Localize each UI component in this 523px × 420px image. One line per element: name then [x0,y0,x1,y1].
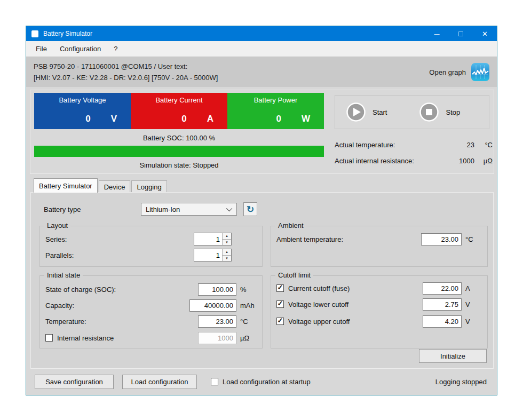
measurement-panel: Battery Voltage 0V Battery Current 0A Ba… [30,90,494,174]
cutoff-limit-group-title: Cutoff limit [275,271,313,279]
menu-file[interactable]: File [29,42,53,56]
window-title: Battery Simulator [43,30,92,37]
current-cutoff-label: Current cutoff (fuse) [288,284,423,292]
actual-temperature-label: Actual temperature: [335,141,449,149]
maximize-button[interactable] [449,26,473,41]
parallels-spin-down-icon[interactable]: ▼ [223,256,231,261]
device-info-line2: [HMI: V2.07 - KE: V2.28 - DR: V2.0.6] [7… [34,72,218,83]
play-icon [346,102,366,122]
battery-power-value: 0 [276,114,281,124]
start-button[interactable]: Start [346,102,387,122]
simulation-state-label: Simulation state: Stopped [34,161,324,169]
load-configuration-button[interactable]: Load configuration [122,375,197,389]
title-bar: Battery Simulator — ✕ [26,26,497,41]
current-cutoff-checkbox[interactable] [276,284,284,292]
series-stepper: ▲ ▼ [194,233,232,245]
initial-state-group: Initial state State of charge (SOC): % C… [39,275,263,348]
app-icon [31,30,38,37]
load-at-startup-checkbox[interactable] [211,378,218,385]
maximize-icon [458,31,463,36]
battery-simulator-tab-panel: Battery type Lithium-Ion ↻ Layout Series… [30,192,494,369]
ambient-group: Ambient Ambient temperature: °C [271,226,488,267]
refresh-button[interactable]: ↻ [243,202,257,216]
device-info-bar: PSB 9750-20 - 1711060001 @COM15 / User t… [26,57,497,87]
save-configuration-button[interactable]: Save configuration [35,375,114,389]
bottom-bar: Save configuration Load configuration Lo… [26,371,497,392]
ambient-group-title: Ambient [275,221,306,229]
open-graph-button[interactable]: Open graph [429,63,489,81]
battery-type-dropdown[interactable]: Lithium-Ion [141,203,237,216]
load-at-startup-label: Load configuration at startup [223,378,311,386]
minimize-button[interactable]: — [425,26,449,41]
refresh-icon: ↻ [247,205,254,214]
stop-icon [419,102,439,122]
series-spin-down-icon[interactable]: ▼ [223,240,231,245]
start-label: Start [373,108,387,116]
voltage-upper-cutoff-unit: V [462,318,483,326]
battery-current-unit: A [207,114,213,124]
actual-resistance-row: Actual internal resistance: 1000 µΩ [335,155,493,166]
graph-icon [471,63,489,81]
tab-strip: Battery Simulator Device Logging [34,178,167,193]
battery-current-label: Battery Current [131,96,227,104]
battery-power-meter: Battery Power 0W [227,93,324,129]
initial-state-group-title: Initial state [44,271,83,279]
series-spin-up-icon[interactable]: ▲ [223,233,231,240]
battery-voltage-meter: Battery Voltage 0V [34,93,131,129]
internal-resistance-unit: µΩ [236,334,258,342]
parallels-input[interactable] [194,249,222,261]
soc-progress-bar [34,146,324,157]
close-icon: ✕ [482,30,488,38]
series-input[interactable] [194,233,222,245]
capacity-label: Capacity: [45,302,189,310]
voltage-lower-cutoff-unit: V [462,300,483,308]
ambient-temperature-label: Ambient temperature: [276,235,421,243]
internal-resistance-input [198,332,236,344]
initialize-button[interactable]: Initialize [419,349,487,363]
stop-button[interactable]: Stop [419,102,460,122]
capacity-input[interactable] [189,299,236,312]
battery-voltage-label: Battery Voltage [34,96,131,104]
transport-controls: Start Stop [335,95,489,129]
voltage-lower-cutoff-input[interactable] [423,298,462,311]
battery-type-label: Battery type [44,205,141,213]
tab-device[interactable]: Device [99,180,131,193]
actual-temperature-unit: °C [474,141,493,149]
chevron-down-icon [226,205,232,211]
stop-label: Stop [446,108,460,116]
voltage-upper-cutoff-input[interactable] [423,315,462,328]
current-cutoff-input[interactable] [423,282,462,295]
tab-battery-simulator[interactable]: Battery Simulator [34,178,98,193]
parallels-spin-up-icon[interactable]: ▲ [223,249,231,256]
internal-resistance-checkbox[interactable] [45,334,53,342]
minimize-icon: — [434,31,440,37]
battery-power-label: Battery Power [227,96,324,104]
voltage-lower-cutoff-checkbox[interactable] [276,300,284,308]
soc-input[interactable] [198,283,236,296]
capacity-unit: mAh [236,302,258,310]
battery-soc-label: Battery SOC: 100.00 % [34,134,324,142]
ambient-temperature-unit: °C [462,235,483,243]
menu-help[interactable]: ? [107,42,124,56]
temperature-input[interactable] [198,315,236,328]
actual-resistance-value: 1000 [449,157,474,165]
menu-bar: File Configuration ? [26,41,497,57]
ambient-temperature-input[interactable] [421,233,462,245]
battery-current-value: 0 [181,114,186,124]
voltage-upper-cutoff-checkbox[interactable] [276,318,284,325]
battery-voltage-value: 0 [85,114,90,124]
current-cutoff-unit: A [462,284,483,292]
cutoff-limit-group: Cutoff limit Current cutoff (fuse) A Vol… [271,275,488,348]
close-button[interactable]: ✕ [473,26,497,41]
parallels-stepper: ▲ ▼ [194,249,232,261]
voltage-lower-cutoff-label: Voltage lower cutoff [288,300,423,308]
internal-resistance-label: Internal resistance [57,334,198,342]
temperature-unit: °C [236,318,258,326]
battery-type-selected: Lithium-Ion [146,205,180,213]
parallels-label: Parallels: [45,251,194,259]
layout-group: Layout Series: ▲ ▼ Parallels: ▲ ▼ [39,226,263,267]
tab-logging[interactable]: Logging [131,180,167,193]
actual-temperature-value: 23 [449,141,474,149]
layout-group-title: Layout [44,221,70,229]
menu-configuration[interactable]: Configuration [53,42,107,56]
